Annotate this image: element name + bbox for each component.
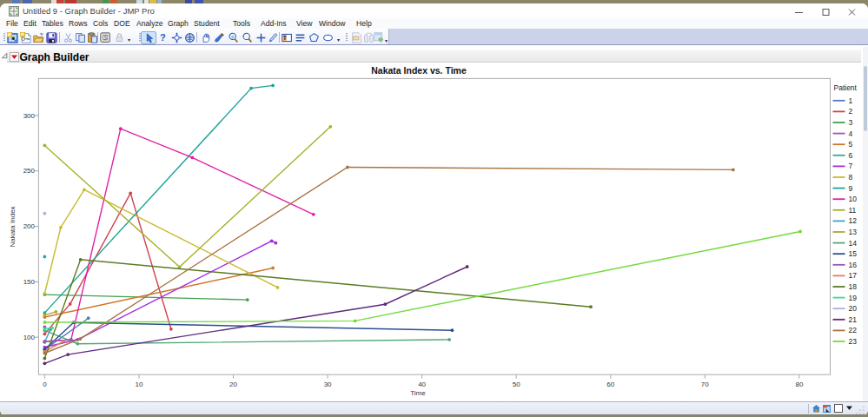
svg-text:T: T [283,34,287,40]
svg-text:70: 70 [701,381,709,388]
svg-text:Time: Time [410,389,426,397]
svg-text:20: 20 [229,381,237,388]
svg-text:2: 2 [849,107,853,116]
svg-text:30: 30 [324,381,332,388]
svg-text:200: 200 [23,222,36,230]
svg-text:10: 10 [849,195,858,203]
svg-text:9: 9 [849,184,853,193]
svg-text:1: 1 [849,96,853,105]
svg-text:10: 10 [136,381,143,388]
svg-text:20: 20 [849,304,858,313]
svg-text:22: 22 [849,326,858,334]
svg-text:5: 5 [849,140,853,149]
svg-text:16: 16 [849,261,858,269]
svg-text:15: 15 [849,249,858,258]
svg-text:13: 13 [849,228,858,236]
svg-text:3: 3 [849,118,853,127]
svg-text:ρ: ρ [231,33,234,38]
svg-text:40: 40 [418,381,426,388]
svg-text:21: 21 [849,315,858,324]
svg-text:14: 14 [849,239,858,248]
svg-text:23: 23 [849,337,858,346]
svg-text:300: 300 [23,112,36,120]
svg-text:100: 100 [23,334,36,341]
svg-text:Patient: Patient [834,83,858,92]
svg-text:150: 150 [23,278,36,286]
svg-text:50: 50 [513,381,520,388]
svg-text:60: 60 [606,381,614,388]
svg-text:0: 0 [43,381,47,388]
svg-text:7: 7 [849,162,853,170]
svg-text:11: 11 [849,206,857,215]
svg-text:4: 4 [849,129,853,138]
svg-text:18: 18 [849,282,858,291]
svg-text:Nakata Index vs. Time: Nakata Index vs. Time [371,65,467,76]
svg-text:19: 19 [849,294,858,302]
svg-text:12: 12 [849,216,858,225]
svg-text:6: 6 [849,151,853,160]
svg-text:250: 250 [23,167,36,175]
svg-text:8: 8 [849,173,853,182]
svg-text:17: 17 [849,271,858,280]
svg-text:Nakata Index: Nakata Index [9,206,17,247]
svg-text:80: 80 [795,381,803,388]
